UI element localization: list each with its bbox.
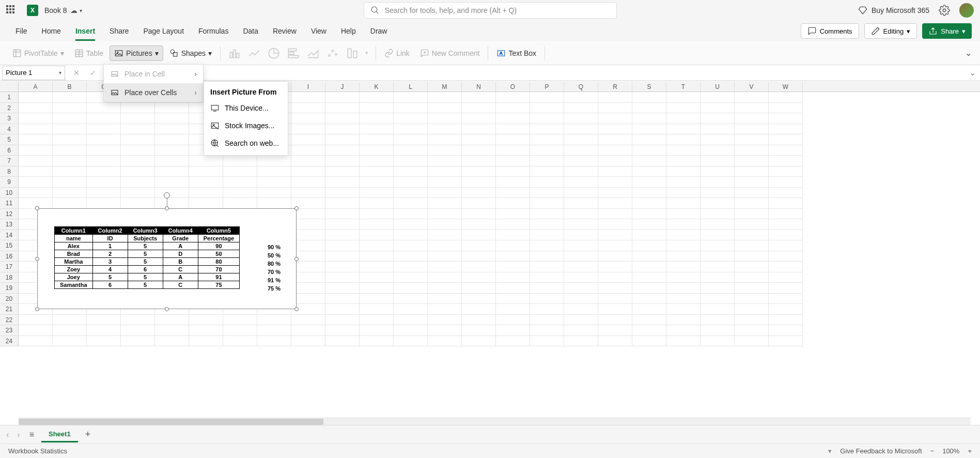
cell[interactable]: [462, 166, 496, 177]
cell[interactable]: [530, 134, 564, 145]
cell[interactable]: [428, 113, 462, 124]
row-header[interactable]: 23: [0, 325, 19, 336]
cell[interactable]: [394, 240, 428, 251]
cell[interactable]: [769, 156, 803, 166]
cell[interactable]: [632, 113, 666, 124]
cell[interactable]: [530, 315, 564, 326]
cell[interactable]: [360, 251, 394, 262]
cell[interactable]: [360, 156, 394, 166]
cell[interactable]: [632, 240, 666, 251]
cell[interactable]: [462, 134, 496, 145]
cell[interactable]: [598, 219, 632, 230]
cell[interactable]: [394, 198, 428, 209]
cell[interactable]: [496, 103, 530, 114]
cell[interactable]: [496, 219, 530, 230]
cell[interactable]: [462, 156, 496, 166]
cell[interactable]: [666, 124, 701, 135]
cell[interactable]: [462, 315, 496, 326]
cell[interactable]: [121, 103, 155, 114]
cell[interactable]: [666, 166, 701, 177]
add-sheet-button[interactable]: +: [82, 429, 94, 440]
cell[interactable]: [666, 272, 701, 283]
row-header[interactable]: 17: [0, 262, 19, 272]
cell[interactable]: [701, 283, 735, 294]
cell[interactable]: [666, 103, 701, 114]
feedback-link[interactable]: Give Feedback to Microsoft: [840, 447, 922, 455]
cell[interactable]: [223, 156, 257, 166]
cell[interactable]: [428, 188, 462, 199]
cell[interactable]: [394, 166, 428, 177]
cell[interactable]: [360, 103, 394, 114]
cell[interactable]: [598, 124, 632, 135]
cell[interactable]: [564, 103, 598, 114]
cell[interactable]: [462, 262, 496, 272]
cell[interactable]: [564, 188, 598, 199]
cell[interactable]: [462, 209, 496, 220]
cell[interactable]: [530, 325, 564, 336]
cell[interactable]: [496, 177, 530, 188]
cell[interactable]: [632, 230, 666, 241]
cell[interactable]: [462, 103, 496, 114]
cell[interactable]: [530, 198, 564, 209]
row-header[interactable]: 14: [0, 230, 19, 241]
cell[interactable]: [701, 92, 735, 103]
cell[interactable]: [394, 315, 428, 326]
cell[interactable]: [666, 315, 701, 326]
cell[interactable]: [19, 103, 53, 114]
cell[interactable]: [189, 177, 223, 188]
cell[interactable]: [598, 336, 632, 347]
ribbon-collapse-icon[interactable]: ⌄: [965, 48, 972, 58]
cell[interactable]: [564, 315, 598, 326]
row-header[interactable]: 16: [0, 251, 19, 262]
cell[interactable]: [735, 145, 769, 156]
cell[interactable]: [155, 145, 189, 156]
cell[interactable]: [87, 166, 121, 177]
column-header[interactable]: A: [19, 82, 53, 91]
cell[interactable]: [394, 177, 428, 188]
menu-tab-view[interactable]: View: [304, 21, 334, 41]
cell[interactable]: [496, 325, 530, 336]
cell[interactable]: [632, 283, 666, 294]
cell[interactable]: [632, 336, 666, 347]
cell[interactable]: [598, 251, 632, 262]
cell[interactable]: [598, 240, 632, 251]
cell[interactable]: [530, 304, 564, 315]
cell[interactable]: [564, 304, 598, 315]
cell[interactable]: [257, 188, 291, 199]
bar-chart-icon[interactable]: [287, 47, 300, 60]
cell[interactable]: [530, 272, 564, 283]
cell[interactable]: [530, 103, 564, 114]
resize-handle-bm[interactable]: [165, 307, 169, 311]
cell[interactable]: [428, 177, 462, 188]
formula-cancel-icon[interactable]: ✕: [68, 69, 85, 77]
cell[interactable]: [394, 188, 428, 199]
row-header[interactable]: 12: [0, 209, 19, 220]
cell[interactable]: [598, 188, 632, 199]
formula-expand-icon[interactable]: ⌄: [965, 68, 980, 78]
cell[interactable]: [325, 134, 360, 145]
cell[interactable]: [701, 177, 735, 188]
cell[interactable]: [19, 92, 53, 103]
column-header[interactable]: S: [632, 82, 666, 91]
cell[interactable]: [632, 145, 666, 156]
cell[interactable]: [87, 177, 121, 188]
chevron-down-icon[interactable]: ▾: [59, 70, 61, 75]
cell[interactable]: [462, 336, 496, 347]
row-header[interactable]: 21: [0, 304, 19, 315]
cell[interactable]: [632, 124, 666, 135]
cell[interactable]: [666, 336, 701, 347]
cell[interactable]: [496, 294, 530, 304]
cell[interactable]: [735, 325, 769, 336]
menu-tab-help[interactable]: Help: [334, 21, 363, 41]
cell[interactable]: [291, 188, 325, 199]
cell[interactable]: [462, 294, 496, 304]
cell[interactable]: [598, 134, 632, 145]
cell[interactable]: [394, 124, 428, 135]
cell[interactable]: [360, 145, 394, 156]
cell[interactable]: [496, 188, 530, 199]
cell[interactable]: [462, 113, 496, 124]
cell[interactable]: [564, 240, 598, 251]
cell[interactable]: [496, 209, 530, 220]
column-chart-icon[interactable]: [228, 47, 241, 60]
cell[interactable]: [598, 294, 632, 304]
